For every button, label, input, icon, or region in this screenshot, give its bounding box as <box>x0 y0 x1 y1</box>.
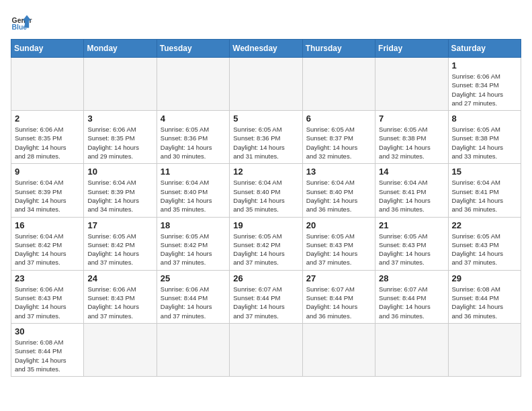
day-info: Sunrise: 6:06 AM Sunset: 8:43 PM Dayligh… <box>15 285 80 320</box>
day-info: Sunrise: 6:05 AM Sunset: 8:36 PM Dayligh… <box>161 125 226 161</box>
calendar-cell <box>230 58 302 111</box>
weekday-header-friday: Friday <box>375 40 448 58</box>
calendar-cell <box>84 58 157 111</box>
day-info: Sunrise: 6:05 AM Sunset: 8:37 PM Dayligh… <box>306 125 371 161</box>
day-number: 22 <box>452 220 517 230</box>
calendar-cell <box>157 323 229 376</box>
calendar-week-6: 30Sunrise: 6:08 AM Sunset: 8:44 PM Dayli… <box>11 323 521 376</box>
calendar-cell: 5Sunrise: 6:05 AM Sunset: 8:36 PM Daylig… <box>230 111 302 164</box>
calendar-cell: 26Sunrise: 6:07 AM Sunset: 8:44 PM Dayli… <box>230 270 302 323</box>
day-info: Sunrise: 6:05 AM Sunset: 8:43 PM Dayligh… <box>306 232 371 267</box>
day-info: Sunrise: 6:05 AM Sunset: 8:42 PM Dayligh… <box>87 232 152 267</box>
calendar-cell: 2Sunrise: 6:06 AM Sunset: 8:35 PM Daylig… <box>11 111 84 164</box>
day-info: Sunrise: 6:06 AM Sunset: 8:34 PM Dayligh… <box>452 72 517 107</box>
page-header: General Blue <box>11 11 521 32</box>
calendar-cell <box>11 58 84 111</box>
calendar-cell: 28Sunrise: 6:07 AM Sunset: 8:44 PM Dayli… <box>375 270 448 323</box>
calendar-cell <box>84 323 157 376</box>
day-info: Sunrise: 6:05 AM Sunset: 8:38 PM Dayligh… <box>379 125 444 161</box>
day-number: 17 <box>87 220 152 230</box>
calendar-week-3: 9Sunrise: 6:04 AM Sunset: 8:39 PM Daylig… <box>11 164 521 217</box>
calendar-cell: 23Sunrise: 6:06 AM Sunset: 8:43 PM Dayli… <box>11 270 84 323</box>
calendar-cell: 13Sunrise: 6:04 AM Sunset: 8:40 PM Dayli… <box>302 164 375 217</box>
calendar-cell: 25Sunrise: 6:06 AM Sunset: 8:44 PM Dayli… <box>157 270 229 323</box>
calendar-cell: 29Sunrise: 6:08 AM Sunset: 8:44 PM Dayli… <box>448 270 521 323</box>
calendar-cell: 3Sunrise: 6:06 AM Sunset: 8:35 PM Daylig… <box>84 111 157 164</box>
day-number: 23 <box>15 273 80 283</box>
calendar-week-5: 23Sunrise: 6:06 AM Sunset: 8:43 PM Dayli… <box>11 270 521 323</box>
day-info: Sunrise: 6:06 AM Sunset: 8:35 PM Dayligh… <box>15 125 80 161</box>
day-info: Sunrise: 6:04 AM Sunset: 8:42 PM Dayligh… <box>15 232 80 267</box>
calendar-cell: 7Sunrise: 6:05 AM Sunset: 8:38 PM Daylig… <box>375 111 448 164</box>
calendar-cell: 11Sunrise: 6:04 AM Sunset: 8:40 PM Dayli… <box>157 164 229 217</box>
day-number: 14 <box>379 167 444 177</box>
day-number: 1 <box>452 60 517 71</box>
day-number: 4 <box>161 113 226 124</box>
calendar-cell: 19Sunrise: 6:05 AM Sunset: 8:42 PM Dayli… <box>230 217 302 270</box>
weekday-header-sunday: Sunday <box>11 40 84 58</box>
day-info: Sunrise: 6:07 AM Sunset: 8:44 PM Dayligh… <box>379 285 444 320</box>
weekday-header-wednesday: Wednesday <box>230 40 302 58</box>
day-info: Sunrise: 6:08 AM Sunset: 8:44 PM Dayligh… <box>15 338 80 373</box>
calendar-week-1: 1Sunrise: 6:06 AM Sunset: 8:34 PM Daylig… <box>11 58 521 111</box>
day-info: Sunrise: 6:05 AM Sunset: 8:42 PM Dayligh… <box>161 232 226 267</box>
day-info: Sunrise: 6:04 AM Sunset: 8:39 PM Dayligh… <box>87 178 152 214</box>
calendar-cell <box>157 58 229 111</box>
day-info: Sunrise: 6:04 AM Sunset: 8:41 PM Dayligh… <box>452 178 517 214</box>
day-number: 29 <box>452 273 517 283</box>
calendar-cell: 15Sunrise: 6:04 AM Sunset: 8:41 PM Dayli… <box>448 164 521 217</box>
calendar-cell: 1Sunrise: 6:06 AM Sunset: 8:34 PM Daylig… <box>448 58 521 111</box>
calendar-cell <box>375 58 448 111</box>
day-info: Sunrise: 6:06 AM Sunset: 8:44 PM Dayligh… <box>161 285 226 320</box>
day-number: 7 <box>379 113 444 124</box>
day-number: 16 <box>15 220 80 230</box>
day-number: 5 <box>233 113 298 124</box>
day-number: 28 <box>379 273 444 283</box>
day-info: Sunrise: 6:04 AM Sunset: 8:40 PM Dayligh… <box>233 178 298 214</box>
calendar-cell: 21Sunrise: 6:05 AM Sunset: 8:43 PM Dayli… <box>375 217 448 270</box>
weekday-header-thursday: Thursday <box>302 40 375 58</box>
calendar-week-2: 2Sunrise: 6:06 AM Sunset: 8:35 PM Daylig… <box>11 111 521 164</box>
calendar-cell: 6Sunrise: 6:05 AM Sunset: 8:37 PM Daylig… <box>302 111 375 164</box>
calendar-cell: 4Sunrise: 6:05 AM Sunset: 8:36 PM Daylig… <box>157 111 229 164</box>
day-info: Sunrise: 6:06 AM Sunset: 8:35 PM Dayligh… <box>87 125 152 161</box>
day-number: 2 <box>15 113 80 124</box>
day-info: Sunrise: 6:04 AM Sunset: 8:41 PM Dayligh… <box>379 178 444 214</box>
calendar-cell: 12Sunrise: 6:04 AM Sunset: 8:40 PM Dayli… <box>230 164 302 217</box>
calendar-week-4: 16Sunrise: 6:04 AM Sunset: 8:42 PM Dayli… <box>11 217 521 270</box>
day-number: 8 <box>452 113 517 124</box>
calendar-cell: 14Sunrise: 6:04 AM Sunset: 8:41 PM Dayli… <box>375 164 448 217</box>
calendar-cell: 22Sunrise: 6:05 AM Sunset: 8:43 PM Dayli… <box>448 217 521 270</box>
calendar-cell: 17Sunrise: 6:05 AM Sunset: 8:42 PM Dayli… <box>84 217 157 270</box>
weekday-header-saturday: Saturday <box>448 40 521 58</box>
calendar-cell: 9Sunrise: 6:04 AM Sunset: 8:39 PM Daylig… <box>11 164 84 217</box>
day-info: Sunrise: 6:04 AM Sunset: 8:40 PM Dayligh… <box>161 178 226 214</box>
calendar-cell: 24Sunrise: 6:06 AM Sunset: 8:43 PM Dayli… <box>84 270 157 323</box>
logo-icon: General Blue <box>11 11 32 32</box>
calendar-cell <box>230 323 302 376</box>
calendar-cell: 8Sunrise: 6:05 AM Sunset: 8:38 PM Daylig… <box>448 111 521 164</box>
calendar-cell <box>302 323 375 376</box>
calendar-cell: 30Sunrise: 6:08 AM Sunset: 8:44 PM Dayli… <box>11 323 84 376</box>
day-info: Sunrise: 6:05 AM Sunset: 8:36 PM Dayligh… <box>233 125 298 161</box>
day-number: 20 <box>306 220 371 230</box>
day-number: 27 <box>306 273 371 283</box>
day-number: 24 <box>87 273 152 283</box>
calendar-cell: 20Sunrise: 6:05 AM Sunset: 8:43 PM Dayli… <box>302 217 375 270</box>
calendar-cell: 18Sunrise: 6:05 AM Sunset: 8:42 PM Dayli… <box>157 217 229 270</box>
calendar-cell <box>302 58 375 111</box>
calendar-header-row: SundayMondayTuesdayWednesdayThursdayFrid… <box>11 40 521 58</box>
day-info: Sunrise: 6:05 AM Sunset: 8:38 PM Dayligh… <box>452 125 517 161</box>
day-info: Sunrise: 6:04 AM Sunset: 8:40 PM Dayligh… <box>306 178 371 214</box>
day-number: 13 <box>306 167 371 177</box>
calendar-table: SundayMondayTuesdayWednesdayThursdayFrid… <box>11 39 521 377</box>
day-info: Sunrise: 6:04 AM Sunset: 8:39 PM Dayligh… <box>15 178 80 214</box>
day-info: Sunrise: 6:08 AM Sunset: 8:44 PM Dayligh… <box>452 285 517 320</box>
day-info: Sunrise: 6:05 AM Sunset: 8:43 PM Dayligh… <box>452 232 517 267</box>
day-number: 3 <box>87 113 152 124</box>
day-info: Sunrise: 6:07 AM Sunset: 8:44 PM Dayligh… <box>306 285 371 320</box>
day-number: 10 <box>87 167 152 177</box>
day-number: 30 <box>15 326 80 336</box>
day-number: 12 <box>233 167 298 177</box>
day-number: 21 <box>379 220 444 230</box>
